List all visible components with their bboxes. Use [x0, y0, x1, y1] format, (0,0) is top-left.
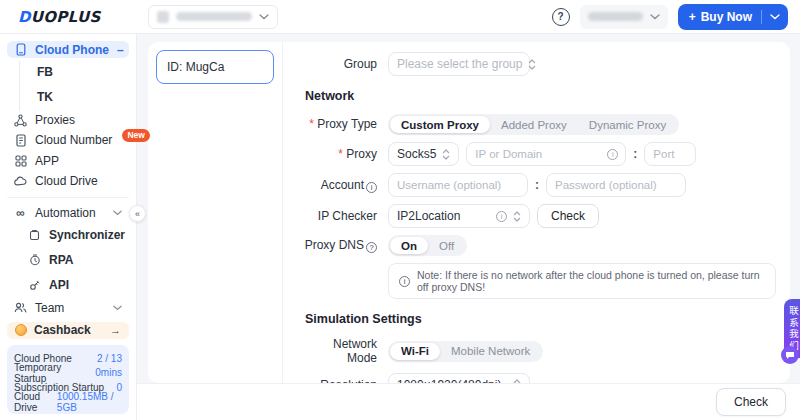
network-mode-label: Network Mode — [303, 337, 377, 366]
dns-note: i Note: If there is no network after the… — [388, 263, 776, 299]
proxies-icon — [14, 114, 27, 127]
rpa-icon — [28, 254, 41, 266]
arrow-right-icon: → — [110, 324, 121, 336]
sidebar-item-label: Automation — [35, 206, 96, 220]
sidebar-item-label: Synchronizer — [49, 228, 125, 242]
sidebar-item-label: Cloud Phone — [35, 43, 109, 57]
select-arrows-icon — [513, 211, 521, 222]
network-mode-option-wifi[interactable]: Wi-Fi — [390, 343, 440, 360]
chevron-down-icon — [113, 210, 122, 216]
stat-row-temporary-startup: Temporary Startup 0mins — [14, 366, 122, 381]
sidebar-item-label: Team — [35, 301, 64, 315]
network-mode-segmented: Wi-Fi Mobile Network — [388, 341, 543, 362]
proxy-dns-row: Proxy DNS? On Off — [303, 235, 776, 256]
account-name-redacted — [588, 12, 643, 21]
sidebar-item-synchronizer[interactable]: Synchronizer — [7, 224, 129, 246]
info-icon: i — [399, 276, 410, 287]
brand-logo: DUOPLUS — [0, 8, 137, 26]
new-badge: New — [122, 129, 149, 142]
sidebar-item-app[interactable]: APP — [7, 152, 129, 169]
top-bar: DUOPLUS ? + Buy Now — [0, 0, 800, 34]
workspace-selector[interactable] — [148, 5, 278, 29]
group-row: Group Please select the group — [303, 52, 776, 76]
account-menu[interactable] — [580, 5, 668, 29]
sidebar-item-cloud-number[interactable]: Cloud Number New — [7, 132, 129, 149]
settings-card: ID: MugCa Group Please select the group … — [148, 42, 790, 383]
cloud-drive-icon — [14, 176, 27, 187]
protocol-select[interactable]: Socks5 — [388, 142, 459, 166]
cloud-phone-icon — [14, 43, 27, 56]
proxy-dns-label: Proxy DNS? — [303, 238, 377, 253]
sidebar-item-automation[interactable]: ∞ Automation — [7, 204, 129, 221]
footer-check-button[interactable]: Check — [716, 388, 786, 416]
stat-row-cloud-drive: Cloud Drive 1000.15MB / 5GB — [14, 395, 122, 410]
username-input[interactable] — [388, 173, 528, 197]
check-button[interactable]: Check — [537, 204, 599, 228]
sidebar-item-cloud-phone[interactable]: Cloud Phone – — [7, 41, 129, 58]
note-text: Note: If there is no network after the c… — [417, 269, 765, 293]
dns-option-off[interactable]: Off — [428, 237, 465, 254]
stat-label: Cloud Drive — [14, 391, 57, 413]
workspace-name-redacted — [176, 12, 252, 21]
main-area: ID: MugCa Group Please select the group … — [137, 34, 800, 420]
stat-value: 2 / 13 — [97, 353, 122, 364]
plus-icon: + — [689, 10, 696, 24]
automation-subgroup: Synchronizer RPA API — [7, 224, 129, 299]
proxy-type-option-added[interactable]: Added Proxy — [490, 116, 578, 133]
logo-accent-letter: D — [18, 8, 31, 26]
resolution-row: Resolution 1080×1920(480dpi) — [303, 373, 776, 383]
colon-separator: : — [633, 147, 637, 161]
sidebar-item-tk[interactable]: TK — [37, 86, 129, 108]
proxy-type-option-custom[interactable]: Custom Proxy — [390, 116, 490, 133]
buy-now-button[interactable]: + Buy Now — [678, 4, 788, 30]
account-label: Accounti — [303, 178, 377, 193]
network-mode-option-mobile[interactable]: Mobile Network — [440, 343, 541, 360]
sidebar: Cloud Phone – FB TK Proxies Cloud Number… — [0, 34, 137, 420]
buy-now-dropdown[interactable] — [762, 14, 788, 20]
chat-bubble-icon[interactable] — [781, 346, 799, 364]
settings-form: Group Please select the group Network Pr… — [283, 42, 790, 383]
usage-stats-panel: Cloud Phone 2 / 13 Temporary Startup 0mi… — [7, 345, 129, 414]
synchronizer-icon — [28, 229, 41, 241]
chevron-down-icon — [770, 14, 780, 20]
chevron-down-icon — [259, 14, 269, 20]
sidebar-item-label: Proxies — [35, 113, 75, 127]
ip-domain-input[interactable] — [466, 142, 626, 166]
sidebar-item-team[interactable]: Team — [7, 299, 129, 316]
sidebar-item-label: RPA — [49, 253, 73, 267]
sidebar-item-rpa[interactable]: RPA — [7, 249, 129, 271]
sidebar-item-cloud-drive[interactable]: Cloud Drive — [7, 173, 129, 190]
sidebar-item-api[interactable]: API — [7, 274, 129, 296]
proxy-type-option-dynamic[interactable]: Dynamic Proxy — [578, 116, 677, 133]
buy-now-label: Buy Now — [701, 10, 752, 24]
group-select[interactable]: Please select the group — [388, 52, 530, 76]
port-input[interactable] — [644, 142, 696, 166]
resolution-select[interactable]: 1080×1920(480dpi) — [388, 373, 530, 383]
sidebar-item-label: FB — [37, 65, 53, 79]
stat-value: 0mins — [95, 367, 122, 378]
sidebar-item-proxies[interactable]: Proxies — [7, 111, 129, 128]
cloud-number-icon — [14, 134, 27, 147]
app-grid-icon — [14, 155, 27, 167]
proxy-type-segmented: Custom Proxy Added Proxy Dynamic Proxy — [388, 114, 679, 135]
logo-text: UOPLUS — [31, 8, 101, 26]
help-icon[interactable]: ? — [552, 8, 570, 26]
cloud-phone-subgroup: FB TK — [19, 61, 129, 111]
device-item-selected[interactable]: ID: MugCa — [156, 50, 274, 84]
sidebar-item-cashback[interactable]: Cashback → — [7, 322, 129, 339]
sidebar-item-label: TK — [37, 90, 53, 104]
note-row: i Note: If there is no network after the… — [303, 263, 776, 299]
stat-label: Temporary Startup — [14, 362, 95, 384]
chevron-down-icon — [650, 14, 660, 20]
sidebar-collapse-button[interactable]: « — [129, 205, 146, 222]
ip-checker-select[interactable]: IP2Location i — [388, 204, 530, 228]
minus-icon[interactable]: – — [117, 43, 124, 57]
info-icon: i — [607, 149, 618, 160]
question-icon: ? — [366, 242, 377, 253]
dns-option-on[interactable]: On — [390, 237, 428, 254]
sidebar-item-label: API — [49, 278, 69, 292]
proxy-dns-segmented: On Off — [388, 235, 467, 256]
stat-value: 1000.15MB / 5GB — [57, 391, 122, 413]
sidebar-item-fb[interactable]: FB — [37, 61, 129, 83]
password-input[interactable] — [546, 173, 686, 197]
